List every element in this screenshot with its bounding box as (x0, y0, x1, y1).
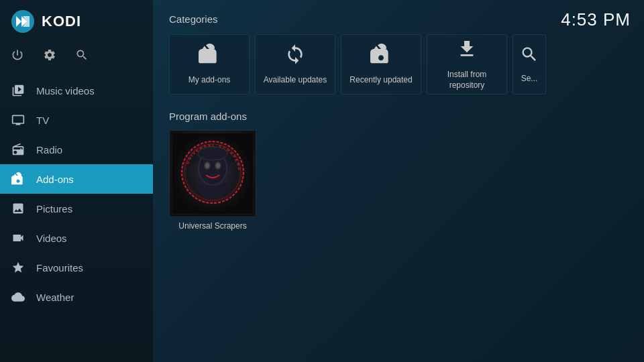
favourites-icon (11, 260, 25, 275)
clock-display: 4:53 PM (561, 9, 631, 30)
pictures-icon (11, 201, 25, 216)
sidebar-controls (0, 43, 153, 76)
sidebar-item-music-videos[interactable]: Music videos (0, 76, 153, 105)
videos-icon (11, 231, 25, 245)
sidebar-label-weather: Weather (36, 292, 74, 303)
add-ons-icon (11, 172, 25, 186)
category-available-updates[interactable]: Available updates (255, 34, 335, 95)
sidebar-item-radio[interactable]: Radio (0, 135, 153, 164)
install-from-repository-icon (456, 38, 478, 64)
sidebar-item-favourites[interactable]: Favourites (0, 253, 153, 282)
category-label-available-updates: Available updates (260, 75, 331, 86)
recently-updated-icon (370, 44, 392, 70)
svg-point-17 (198, 147, 227, 160)
category-label-install-from-repository: Install from repository (443, 70, 491, 90)
svg-point-15 (205, 163, 209, 168)
addon-thumb-inner: UNIVERSAL SCRAPERS (170, 131, 256, 217)
music-videos-icon (11, 83, 25, 98)
addon-universal-scrapers[interactable]: UNIVERSAL SCRAPERS (169, 130, 256, 231)
power-icon[interactable] (11, 48, 24, 65)
radio-icon (11, 142, 25, 157)
svg-point-16 (216, 163, 220, 168)
sidebar-header: KODI (0, 0, 153, 43)
sidebar-item-weather[interactable]: Weather (0, 282, 153, 312)
main-content: 4:53 PM Categories My add-ons Available … (153, 0, 644, 362)
sidebar-label-add-ons: Add-ons (36, 174, 74, 185)
weather-icon (11, 290, 25, 304)
categories-row: My add-ons Available updates Recently up… (169, 34, 628, 95)
sidebar-label-pictures: Pictures (36, 203, 72, 215)
sidebar-item-tv[interactable]: TV (0, 105, 153, 135)
tv-icon (11, 113, 25, 127)
addon-label-universal-scrapers: Universal Scrapers (169, 217, 256, 231)
sidebar-label-music-videos: Music videos (36, 85, 95, 97)
search-cat-icon (520, 45, 539, 68)
addon-thumbnail: UNIVERSAL SCRAPERS (169, 130, 256, 217)
category-label-recently-updated: Recently updated (345, 75, 416, 86)
category-label-search: Se... (517, 74, 542, 84)
app-title: KODI (42, 13, 81, 30)
category-label-my-add-ons: My add-ons (184, 75, 235, 86)
settings-icon[interactable] (43, 48, 56, 65)
sidebar-label-favourites: Favourites (36, 262, 83, 274)
available-updates-icon (284, 44, 306, 70)
sidebar-item-add-ons[interactable]: Add-ons (0, 164, 153, 194)
sidebar-label-videos: Videos (36, 233, 67, 244)
addons-row: UNIVERSAL SCRAPERS (169, 130, 628, 231)
sidebar-label-tv: TV (36, 115, 49, 126)
category-recently-updated[interactable]: Recently updated (341, 34, 421, 95)
sidebar-item-pictures[interactable]: Pictures (0, 194, 153, 223)
program-addons-title: Program add-ons (169, 111, 628, 122)
sidebar-nav: Music videos TV Radio Add-ons (0, 76, 153, 362)
category-install-from-repository[interactable]: Install from repository (427, 34, 507, 95)
category-search[interactable]: Se... (513, 34, 546, 95)
categories-title: Categories (169, 13, 628, 25)
category-my-add-ons[interactable]: My add-ons (169, 34, 250, 95)
kodi-logo-icon (11, 9, 35, 34)
sidebar-label-radio: Radio (36, 144, 62, 156)
search-icon[interactable] (75, 48, 89, 65)
sidebar: KODI Music videos TV (0, 0, 153, 362)
sidebar-item-videos[interactable]: Videos (0, 223, 153, 253)
my-add-ons-icon (199, 44, 220, 70)
